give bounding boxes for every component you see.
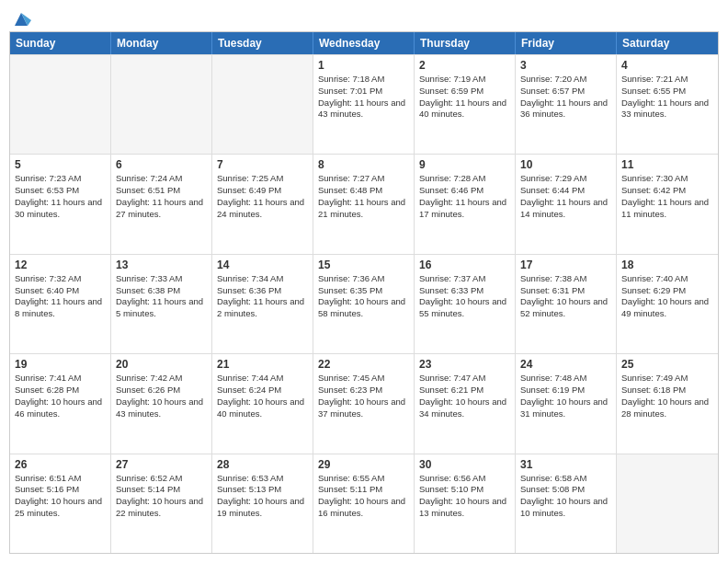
day-info: Sunrise: 7:19 AMSunset: 6:59 PMDaylight:… (419, 74, 510, 121)
day-info: Sunrise: 7:40 AMSunset: 6:29 PMDaylight:… (621, 273, 713, 320)
day-number: 26 (15, 458, 106, 471)
day-number: 10 (520, 158, 611, 171)
header-day-sunday: Sunday (10, 32, 111, 54)
header-day-friday: Friday (516, 32, 617, 54)
day-info: Sunrise: 7:36 AMSunset: 6:35 PMDaylight:… (318, 273, 409, 320)
day-info: Sunrise: 7:48 AMSunset: 6:19 PMDaylight:… (520, 373, 611, 419)
calendar-week-2: 5Sunrise: 7:23 AMSunset: 6:53 PMDaylight… (10, 154, 718, 253)
day-number: 11 (621, 158, 713, 171)
day-number: 4 (621, 59, 713, 72)
day-number: 23 (419, 358, 510, 371)
day-number: 6 (116, 158, 207, 171)
calendar-cell: 16Sunrise: 7:37 AMSunset: 6:33 PMDayligh… (415, 255, 516, 353)
day-info: Sunrise: 7:21 AMSunset: 6:55 PMDaylight:… (621, 74, 713, 121)
day-number: 17 (520, 259, 611, 271)
day-info: Sunrise: 7:44 AMSunset: 6:24 PMDaylight:… (217, 373, 308, 419)
day-number: 5 (15, 158, 106, 171)
page: SundayMondayTuesdayWednesdayThursdayFrid… (0, 0, 728, 563)
calendar-cell: 6Sunrise: 7:24 AMSunset: 6:51 PMDaylight… (111, 155, 212, 253)
day-info: Sunrise: 7:42 AMSunset: 6:26 PMDaylight:… (116, 373, 207, 419)
calendar-cell: 7Sunrise: 7:25 AMSunset: 6:49 PMDaylight… (212, 155, 313, 253)
day-info: Sunrise: 7:23 AMSunset: 6:53 PMDaylight:… (15, 173, 106, 220)
day-info: Sunrise: 7:27 AMSunset: 6:48 PMDaylight:… (318, 173, 409, 220)
day-info: Sunrise: 6:56 AMSunset: 5:10 PMDaylight:… (419, 473, 510, 520)
calendar-cell: 4Sunrise: 7:21 AMSunset: 6:55 PMDaylight… (617, 55, 718, 154)
calendar-cell: 28Sunrise: 6:53 AMSunset: 5:13 PMDayligh… (212, 454, 313, 553)
logo (9, 9, 31, 26)
calendar-cell: 21Sunrise: 7:44 AMSunset: 6:24 PMDayligh… (212, 354, 313, 453)
calendar-cell: 19Sunrise: 7:41 AMSunset: 6:28 PMDayligh… (10, 354, 111, 453)
calendar-cell (617, 454, 718, 553)
header-day-monday: Monday (111, 32, 212, 54)
day-info: Sunrise: 7:49 AMSunset: 6:18 PMDaylight:… (621, 373, 713, 419)
calendar-cell: 17Sunrise: 7:38 AMSunset: 6:31 PMDayligh… (516, 255, 617, 353)
calendar-cell (111, 55, 212, 154)
calendar-week-1: 1Sunrise: 7:18 AMSunset: 7:01 PMDaylight… (10, 54, 718, 154)
calendar-cell: 2Sunrise: 7:19 AMSunset: 6:59 PMDaylight… (415, 55, 516, 154)
day-info: Sunrise: 7:34 AMSunset: 6:36 PMDaylight:… (217, 273, 308, 320)
day-info: Sunrise: 7:25 AMSunset: 6:49 PMDaylight:… (217, 173, 308, 220)
calendar-cell: 13Sunrise: 7:33 AMSunset: 6:38 PMDayligh… (111, 255, 212, 353)
day-number: 27 (116, 458, 207, 471)
day-number: 25 (621, 358, 713, 371)
header-day-wednesday: Wednesday (313, 32, 415, 54)
day-info: Sunrise: 6:55 AMSunset: 5:11 PMDaylight:… (318, 473, 409, 520)
day-info: Sunrise: 6:52 AMSunset: 5:14 PMDaylight:… (116, 473, 207, 520)
calendar-cell (212, 55, 313, 154)
day-number: 30 (419, 458, 510, 471)
day-info: Sunrise: 7:37 AMSunset: 6:33 PMDaylight:… (419, 273, 510, 320)
day-info: Sunrise: 7:47 AMSunset: 6:21 PMDaylight:… (419, 373, 510, 419)
calendar-cell: 15Sunrise: 7:36 AMSunset: 6:35 PMDayligh… (313, 255, 415, 353)
calendar-cell (10, 55, 111, 154)
calendar-cell: 25Sunrise: 7:49 AMSunset: 6:18 PMDayligh… (617, 354, 718, 453)
day-number: 1 (318, 59, 409, 72)
calendar-week-5: 26Sunrise: 6:51 AMSunset: 5:16 PMDayligh… (10, 454, 718, 553)
calendar-header: SundayMondayTuesdayWednesdayThursdayFrid… (10, 32, 718, 54)
calendar-cell: 5Sunrise: 7:23 AMSunset: 6:53 PMDaylight… (10, 155, 111, 253)
day-number: 24 (520, 358, 611, 371)
day-number: 19 (15, 358, 106, 371)
day-number: 21 (217, 358, 308, 371)
day-info: Sunrise: 7:20 AMSunset: 6:57 PMDaylight:… (520, 74, 611, 121)
calendar-cell: 10Sunrise: 7:29 AMSunset: 6:44 PMDayligh… (516, 155, 617, 253)
day-number: 29 (318, 458, 409, 471)
day-number: 7 (217, 158, 308, 171)
calendar-cell: 8Sunrise: 7:27 AMSunset: 6:48 PMDaylight… (313, 155, 415, 253)
calendar-cell: 14Sunrise: 7:34 AMSunset: 6:36 PMDayligh… (212, 255, 313, 353)
day-number: 28 (217, 458, 308, 471)
day-number: 18 (621, 259, 713, 271)
calendar-cell: 23Sunrise: 7:47 AMSunset: 6:21 PMDayligh… (415, 354, 516, 453)
day-info: Sunrise: 7:41 AMSunset: 6:28 PMDaylight:… (15, 373, 106, 419)
calendar-body: 1Sunrise: 7:18 AMSunset: 7:01 PMDaylight… (10, 54, 718, 553)
day-info: Sunrise: 7:18 AMSunset: 7:01 PMDaylight:… (318, 74, 409, 121)
day-number: 8 (318, 158, 409, 171)
header-day-thursday: Thursday (415, 32, 516, 54)
day-number: 3 (520, 59, 611, 72)
day-number: 14 (217, 259, 308, 271)
calendar-cell: 1Sunrise: 7:18 AMSunset: 7:01 PMDaylight… (313, 55, 415, 154)
day-info: Sunrise: 7:32 AMSunset: 6:40 PMDaylight:… (15, 273, 106, 320)
day-info: Sunrise: 7:30 AMSunset: 6:42 PMDaylight:… (621, 173, 713, 220)
calendar-week-3: 12Sunrise: 7:32 AMSunset: 6:40 PMDayligh… (10, 254, 718, 353)
day-number: 9 (419, 158, 510, 171)
calendar-cell: 22Sunrise: 7:45 AMSunset: 6:23 PMDayligh… (313, 354, 415, 453)
day-number: 31 (520, 458, 611, 471)
calendar-cell: 20Sunrise: 7:42 AMSunset: 6:26 PMDayligh… (111, 354, 212, 453)
day-info: Sunrise: 6:51 AMSunset: 5:16 PMDaylight:… (15, 473, 106, 520)
day-info: Sunrise: 7:38 AMSunset: 6:31 PMDaylight:… (520, 273, 611, 320)
calendar-cell: 29Sunrise: 6:55 AMSunset: 5:11 PMDayligh… (313, 454, 415, 553)
header-day-tuesday: Tuesday (212, 32, 313, 54)
day-info: Sunrise: 7:29 AMSunset: 6:44 PMDaylight:… (520, 173, 611, 220)
day-info: Sunrise: 7:24 AMSunset: 6:51 PMDaylight:… (116, 173, 207, 220)
header-day-saturday: Saturday (617, 32, 718, 54)
calendar-cell: 12Sunrise: 7:32 AMSunset: 6:40 PMDayligh… (10, 255, 111, 353)
day-info: Sunrise: 6:53 AMSunset: 5:13 PMDaylight:… (217, 473, 308, 520)
day-number: 22 (318, 358, 409, 371)
calendar-cell: 31Sunrise: 6:58 AMSunset: 5:08 PMDayligh… (516, 454, 617, 553)
day-number: 15 (318, 259, 409, 271)
day-info: Sunrise: 7:45 AMSunset: 6:23 PMDaylight:… (318, 373, 409, 419)
day-number: 12 (15, 259, 106, 271)
day-info: Sunrise: 7:33 AMSunset: 6:38 PMDaylight:… (116, 273, 207, 320)
calendar-cell: 27Sunrise: 6:52 AMSunset: 5:14 PMDayligh… (111, 454, 212, 553)
calendar-cell: 11Sunrise: 7:30 AMSunset: 6:42 PMDayligh… (617, 155, 718, 253)
